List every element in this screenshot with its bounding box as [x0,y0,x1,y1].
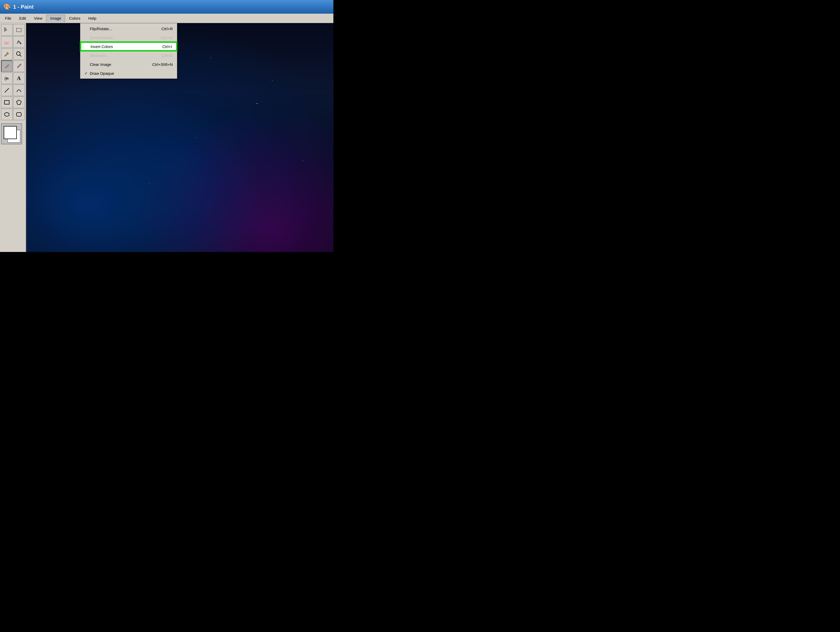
tool-polygon[interactable] [13,96,25,108]
tool-eraser[interactable] [1,36,13,48]
tool-rectangle[interactable] [1,96,13,108]
svg-marker-16 [17,100,21,104]
tool-curve[interactable] [13,85,25,96]
canvas-background [26,23,333,252]
tool-rect-select[interactable] [13,24,25,36]
flip-rotate-shortcut: Ctrl+R [161,27,173,31]
main-layout: A [0,23,333,252]
clear-image-label: Clear Image [90,62,142,67]
svg-line-14 [5,88,9,92]
foreground-color[interactable] [4,126,17,139]
invert-colors-shortcut: Ctrl+I [163,44,172,49]
menu-stretch-skew[interactable]: Stretch/Skew... Ctrl+W [81,33,177,42]
menu-clear-image[interactable]: Clear Image Ctrl+Shft+N [81,60,177,69]
svg-point-11 [8,79,8,80]
tool-grid: A [1,24,25,120]
svg-rect-9 [6,78,8,79]
draw-opaque-label: Draw Opaque [90,71,162,76]
tool-magnifier[interactable] [13,48,25,60]
menu-invert-colors[interactable]: Invert Colors Ctrl+I [81,42,177,51]
svg-point-5 [17,52,20,55]
svg-rect-2 [5,41,8,43]
tool-free-select[interactable] [1,24,13,36]
invert-colors-label: Invert Colors [90,44,152,49]
menu-view[interactable]: View [30,15,46,22]
menu-bar: File Edit View Image Colors Help [0,14,333,23]
color-preview [1,123,22,144]
stretch-skew-shortcut: Ctrl+W [161,35,173,40]
tool-ellipse[interactable] [1,109,13,120]
attributes-shortcut: Ctrl+E [162,53,173,58]
canvas-area[interactable]: Flip/Rotate... Ctrl+R Stretch/Skew... Ct… [26,23,333,252]
menu-colors[interactable]: Colors [65,15,84,22]
svg-rect-18 [17,113,21,116]
tool-color-pick[interactable] [1,48,13,60]
menu-flip-rotate[interactable]: Flip/Rotate... Ctrl+R [81,24,177,33]
svg-point-4 [5,55,6,57]
tool-rounded-rect[interactable] [13,109,25,120]
toolbar: A [0,23,26,252]
tool-brush[interactable] [13,60,25,72]
tool-pencil[interactable] [1,60,13,72]
title-bar: 🎨 1 - Paint [0,0,333,14]
svg-rect-15 [5,101,9,104]
tool-fill[interactable] [13,36,25,48]
svg-rect-0 [17,28,21,32]
tool-text[interactable]: A [13,72,25,84]
menu-image[interactable]: Image [46,15,65,22]
svg-point-10 [7,77,8,78]
clear-image-shortcut: Ctrl+Shft+N [152,62,173,67]
menu-file[interactable]: File [1,15,15,22]
attributes-label: Attributes... [90,53,151,58]
tool-line[interactable] [1,85,13,96]
svg-line-6 [20,55,21,57]
dropdown-panel: Flip/Rotate... Ctrl+R Stretch/Skew... Ct… [80,23,177,79]
menu-draw-opaque[interactable]: ✓ Draw Opaque [81,69,177,78]
tool-airbrush[interactable] [1,72,13,84]
window-title: 1 - Paint [13,4,33,10]
menu-attributes[interactable]: Attributes... Ctrl+E [81,51,177,60]
svg-point-12 [8,79,9,79]
image-dropdown-menu: Flip/Rotate... Ctrl+R Stretch/Skew... Ct… [80,23,177,79]
svg-point-3 [20,43,21,44]
app-icon: 🎨 [3,3,11,11]
checkmark-draw-opaque: ✓ [85,71,89,75]
menu-help[interactable]: Help [84,15,100,22]
stretch-skew-label: Stretch/Skew... [90,35,150,40]
menu-edit[interactable]: Edit [15,15,30,22]
flip-rotate-label: Flip/Rotate... [90,27,151,31]
svg-point-17 [5,113,9,116]
svg-point-13 [8,80,9,80]
